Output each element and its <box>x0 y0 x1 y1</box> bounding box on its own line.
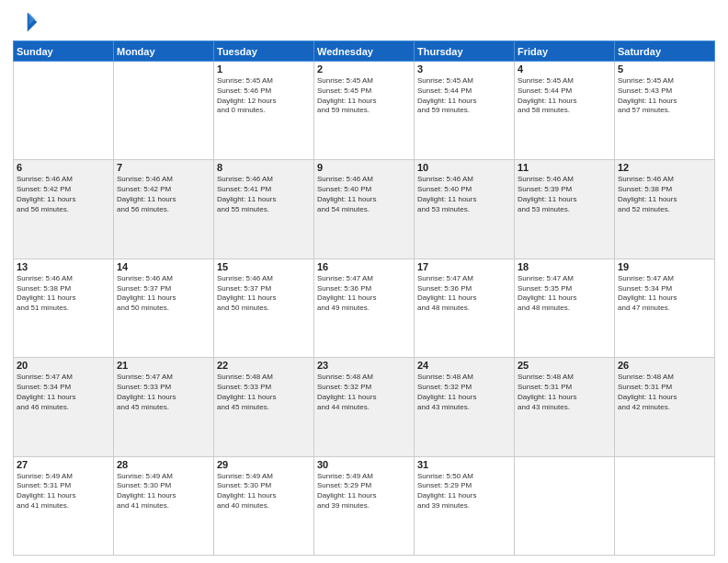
calendar-week-row-5: 27Sunrise: 5:49 AM Sunset: 5:31 PM Dayli… <box>14 456 715 555</box>
calendar-cell: 24Sunrise: 5:48 AM Sunset: 5:32 PM Dayli… <box>415 358 515 456</box>
calendar-cell: 20Sunrise: 5:47 AM Sunset: 5:34 PM Dayli… <box>14 358 114 456</box>
calendar-cell: 25Sunrise: 5:48 AM Sunset: 5:31 PM Dayli… <box>515 358 615 456</box>
day-number: 5 <box>618 63 711 75</box>
calendar-cell: 28Sunrise: 5:49 AM Sunset: 5:30 PM Dayli… <box>114 456 214 555</box>
day-number: 27 <box>17 459 110 470</box>
calendar-cell: 2Sunrise: 5:45 AM Sunset: 5:45 PM Daylig… <box>314 62 415 160</box>
day-number: 9 <box>317 162 411 173</box>
day-info: Sunrise: 5:46 AM Sunset: 5:39 PM Dayligh… <box>518 175 611 214</box>
calendar-cell: 4Sunrise: 5:45 AM Sunset: 5:44 PM Daylig… <box>515 62 615 160</box>
day-info: Sunrise: 5:46 AM Sunset: 5:37 PM Dayligh… <box>117 274 210 314</box>
day-info: Sunrise: 5:46 AM Sunset: 5:38 PM Dayligh… <box>618 175 711 214</box>
day-info: Sunrise: 5:46 AM Sunset: 5:37 PM Dayligh… <box>217 274 311 314</box>
calendar-cell: 31Sunrise: 5:50 AM Sunset: 5:29 PM Dayli… <box>415 456 515 555</box>
day-info: Sunrise: 5:46 AM Sunset: 5:41 PM Dayligh… <box>217 175 311 214</box>
weekday-header-sunday: Sunday <box>14 41 114 62</box>
calendar-cell: 16Sunrise: 5:47 AM Sunset: 5:36 PM Dayli… <box>314 259 415 357</box>
page: SundayMondayTuesdayWednesdayThursdayFrid… <box>0 0 728 563</box>
day-info: Sunrise: 5:45 AM Sunset: 5:43 PM Dayligh… <box>618 76 711 116</box>
day-number: 13 <box>17 261 110 272</box>
calendar-cell: 18Sunrise: 5:47 AM Sunset: 5:35 PM Dayli… <box>515 259 615 357</box>
day-info: Sunrise: 5:46 AM Sunset: 5:38 PM Dayligh… <box>17 274 110 314</box>
day-number: 20 <box>17 360 110 371</box>
day-info: Sunrise: 5:47 AM Sunset: 5:36 PM Dayligh… <box>417 274 511 314</box>
calendar-cell: 21Sunrise: 5:47 AM Sunset: 5:33 PM Dayli… <box>114 358 214 456</box>
day-number: 17 <box>417 261 511 272</box>
logo <box>13 9 42 35</box>
day-info: Sunrise: 5:49 AM Sunset: 5:31 PM Dayligh… <box>17 472 110 511</box>
calendar-cell: 26Sunrise: 5:48 AM Sunset: 5:31 PM Dayli… <box>615 358 715 456</box>
day-number: 24 <box>417 360 511 371</box>
day-info: Sunrise: 5:47 AM Sunset: 5:33 PM Dayligh… <box>117 373 210 412</box>
day-number: 21 <box>117 360 210 371</box>
day-number: 25 <box>518 360 611 371</box>
calendar-cell: 19Sunrise: 5:47 AM Sunset: 5:34 PM Dayli… <box>615 259 715 357</box>
calendar-cell: 27Sunrise: 5:49 AM Sunset: 5:31 PM Dayli… <box>14 456 114 555</box>
weekday-header-thursday: Thursday <box>415 41 515 62</box>
calendar-week-row-1: 1Sunrise: 5:45 AM Sunset: 5:46 PM Daylig… <box>14 62 715 160</box>
day-number: 28 <box>117 459 210 470</box>
day-info: Sunrise: 5:47 AM Sunset: 5:34 PM Dayligh… <box>17 373 110 412</box>
day-number: 10 <box>417 162 511 173</box>
calendar-cell: 23Sunrise: 5:48 AM Sunset: 5:32 PM Dayli… <box>314 358 415 456</box>
calendar-cell: 22Sunrise: 5:48 AM Sunset: 5:33 PM Dayli… <box>214 358 314 456</box>
day-info: Sunrise: 5:47 AM Sunset: 5:34 PM Dayligh… <box>618 274 711 314</box>
day-info: Sunrise: 5:45 AM Sunset: 5:45 PM Dayligh… <box>317 76 411 116</box>
calendar-cell: 1Sunrise: 5:45 AM Sunset: 5:46 PM Daylig… <box>214 62 314 160</box>
day-info: Sunrise: 5:49 AM Sunset: 5:30 PM Dayligh… <box>217 472 311 511</box>
calendar-cell: 30Sunrise: 5:49 AM Sunset: 5:29 PM Dayli… <box>314 456 415 555</box>
calendar-cell <box>14 62 114 160</box>
calendar-cell: 15Sunrise: 5:46 AM Sunset: 5:37 PM Dayli… <box>214 259 314 357</box>
calendar-cell: 17Sunrise: 5:47 AM Sunset: 5:36 PM Dayli… <box>415 259 515 357</box>
day-info: Sunrise: 5:46 AM Sunset: 5:42 PM Dayligh… <box>117 175 210 214</box>
weekday-header-monday: Monday <box>114 41 214 62</box>
day-number: 3 <box>417 63 511 75</box>
day-number: 1 <box>217 63 311 75</box>
weekday-header-friday: Friday <box>515 41 615 62</box>
day-info: Sunrise: 5:47 AM Sunset: 5:35 PM Dayligh… <box>518 274 611 314</box>
day-number: 11 <box>518 162 611 173</box>
calendar-cell: 6Sunrise: 5:46 AM Sunset: 5:42 PM Daylig… <box>14 160 114 259</box>
day-number: 12 <box>618 162 711 173</box>
day-number: 29 <box>217 459 311 470</box>
day-number: 31 <box>417 459 511 470</box>
day-info: Sunrise: 5:48 AM Sunset: 5:31 PM Dayligh… <box>518 373 611 412</box>
calendar-cell: 13Sunrise: 5:46 AM Sunset: 5:38 PM Dayli… <box>14 259 114 357</box>
calendar-cell: 7Sunrise: 5:46 AM Sunset: 5:42 PM Daylig… <box>114 160 214 259</box>
day-info: Sunrise: 5:45 AM Sunset: 5:46 PM Dayligh… <box>217 76 311 116</box>
day-number: 16 <box>317 261 411 272</box>
day-number: 15 <box>217 261 311 272</box>
calendar-cell <box>114 62 214 160</box>
day-number: 30 <box>317 459 411 470</box>
day-number: 8 <box>217 162 311 173</box>
calendar-cell: 29Sunrise: 5:49 AM Sunset: 5:30 PM Dayli… <box>214 456 314 555</box>
weekday-header-saturday: Saturday <box>615 41 715 62</box>
day-number: 4 <box>518 63 611 75</box>
calendar-table: SundayMondayTuesdayWednesdayThursdayFrid… <box>13 40 715 556</box>
day-number: 26 <box>618 360 711 371</box>
calendar-week-row-2: 6Sunrise: 5:46 AM Sunset: 5:42 PM Daylig… <box>14 160 715 259</box>
day-info: Sunrise: 5:49 AM Sunset: 5:30 PM Dayligh… <box>117 472 210 511</box>
day-info: Sunrise: 5:46 AM Sunset: 5:40 PM Dayligh… <box>417 175 511 214</box>
calendar-cell <box>615 456 715 555</box>
weekday-header-wednesday: Wednesday <box>314 41 415 62</box>
day-info: Sunrise: 5:45 AM Sunset: 5:44 PM Dayligh… <box>417 76 511 116</box>
day-info: Sunrise: 5:48 AM Sunset: 5:31 PM Dayligh… <box>618 373 711 412</box>
day-number: 23 <box>317 360 411 371</box>
day-number: 7 <box>117 162 210 173</box>
day-number: 14 <box>117 261 210 272</box>
calendar-cell: 14Sunrise: 5:46 AM Sunset: 5:37 PM Dayli… <box>114 259 214 357</box>
calendar-cell: 12Sunrise: 5:46 AM Sunset: 5:38 PM Dayli… <box>615 160 715 259</box>
calendar-cell <box>515 456 615 555</box>
calendar-cell: 3Sunrise: 5:45 AM Sunset: 5:44 PM Daylig… <box>415 62 515 160</box>
calendar-cell: 8Sunrise: 5:46 AM Sunset: 5:41 PM Daylig… <box>214 160 314 259</box>
day-number: 22 <box>217 360 311 371</box>
day-info: Sunrise: 5:48 AM Sunset: 5:33 PM Dayligh… <box>217 373 311 412</box>
day-info: Sunrise: 5:47 AM Sunset: 5:36 PM Dayligh… <box>317 274 411 314</box>
calendar-cell: 11Sunrise: 5:46 AM Sunset: 5:39 PM Dayli… <box>515 160 615 259</box>
day-info: Sunrise: 5:46 AM Sunset: 5:40 PM Dayligh… <box>317 175 411 214</box>
weekday-header-row: SundayMondayTuesdayWednesdayThursdayFrid… <box>14 41 715 62</box>
logo-icon <box>13 9 39 35</box>
day-info: Sunrise: 5:46 AM Sunset: 5:42 PM Dayligh… <box>17 175 110 214</box>
calendar-cell: 5Sunrise: 5:45 AM Sunset: 5:43 PM Daylig… <box>615 62 715 160</box>
